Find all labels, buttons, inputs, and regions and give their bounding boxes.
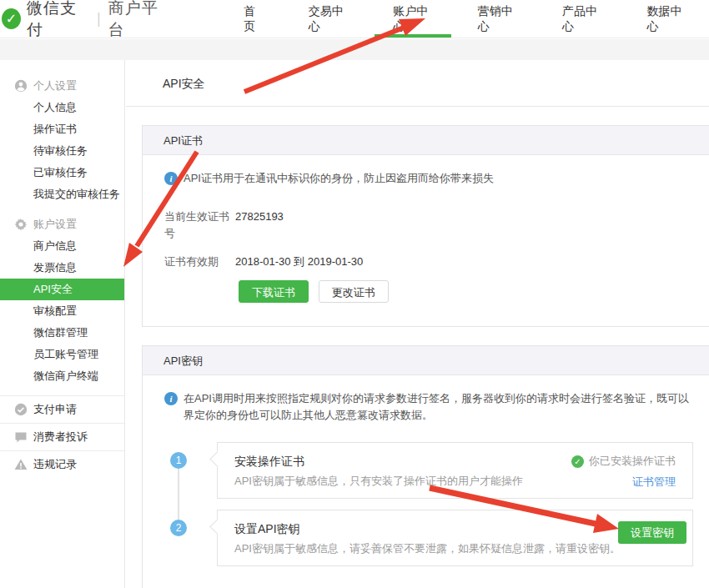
sidebar-link-payment-application[interactable]: 支付申请 <box>0 395 124 423</box>
warning-triangle-icon <box>14 458 28 471</box>
sidebar-item-wechat-group[interactable]: 微信群管理 <box>0 322 124 344</box>
sidebar-section-personal: 个人设置 个人信息 操作证书 待审核任务 已审核任务 我提交的审核任务 <box>0 75 124 205</box>
step-1-badge: 1 <box>170 452 187 469</box>
main-content: API安全 API证书 i API证书用于在通讯中标识你的身份，防止因盗用而给你… <box>126 60 709 588</box>
cert-manage-link[interactable]: 证书管理 <box>632 474 676 490</box>
sidebar-item-review-config[interactable]: 审核配置 <box>0 300 124 322</box>
sidebar-item-api-security[interactable]: API安全 <box>0 279 124 300</box>
download-cert-button[interactable]: 下载证书 <box>239 280 309 303</box>
sidebar-link-label: 支付申请 <box>33 402 77 417</box>
check-circle-icon: ✓ <box>571 455 584 468</box>
cert-info-text: API证书用于在通讯中标识你的身份，防止因盗用而给你带来损失 <box>184 170 494 187</box>
sidebar-section-title: 账户设置 <box>33 217 77 232</box>
sidebar-header-account: 账户设置 <box>0 214 124 235</box>
chat-bubble-icon <box>14 430 28 444</box>
api-key-panel: API密钥 i 在API调用时用来按照指定规则对你的请求参数进行签名，服务器收到… <box>142 345 709 588</box>
check-badge-icon <box>14 403 28 416</box>
nav-account-center[interactable]: 账户中心 <box>382 0 443 38</box>
gear-icon <box>14 218 28 231</box>
sidebar-item-personal-info[interactable]: 个人信息 <box>0 97 124 118</box>
cert-buttons-row: 下载证书 更改证书 <box>164 280 693 303</box>
current-cert-label: 当前生效证书号 <box>164 209 235 242</box>
sidebar-section-account: 账户设置 商户信息 发票信息 API安全 审核配置 微信群管理 员工账号管理 微… <box>0 214 124 387</box>
step-install-cert: 1 安装操作证书 API密钥属于敏感信息，只有安装了操作证书的用户才能操作 ✓ … <box>164 442 693 499</box>
api-key-panel-title: API密钥 <box>143 346 709 375</box>
step-2-card: 设置API密钥 API密钥属于敏感信息，请妥善保管不要泄露，如果怀疑信息泄露，请… <box>217 510 693 566</box>
step-1-card: 安装操作证书 API密钥属于敏感信息，只有安装了操作证书的用户才能操作 ✓ 你已… <box>217 442 693 499</box>
main-nav: 首页 交易中心 账户中心 营销中心 产品中心 数据中心 <box>221 0 709 38</box>
api-cert-panel-body: i API证书用于在通讯中标识你的身份，防止因盗用而给你带来损失 当前生效证书号… <box>143 155 709 326</box>
step-set-api-key: 2 设置API密钥 API密钥属于敏感信息，请妥善保管不要泄露，如果怀疑信息泄露… <box>164 510 693 566</box>
nav-home[interactable]: 首页 <box>233 0 274 38</box>
sidebar-header-personal: 个人设置 <box>0 75 124 97</box>
cert-validity-row: 证书有效期 2018-01-30 到 2019-01-30 <box>164 254 693 270</box>
key-info-text: 在API调用时用来按照指定规则对你的请求参数进行签名，服务器收到你的请求时会进行… <box>184 390 693 424</box>
brand-logo[interactable]: ✓ 微信支付 | 商户平台 <box>7 0 169 41</box>
sidebar-item-merchant-info[interactable]: 商户信息 <box>0 235 124 257</box>
sidebar-link-label: 消费者投诉 <box>33 430 88 445</box>
platform-name: 商户平台 <box>108 0 169 41</box>
current-cert-value: 27825193 <box>235 209 284 242</box>
info-icon: i <box>164 172 178 185</box>
nav-product-center[interactable]: 产品中心 <box>551 0 612 38</box>
sidebar-item-reviewed-tasks[interactable]: 已审核任务 <box>0 162 124 183</box>
sidebar-item-merchant-terminal[interactable]: 微信商户终端 <box>0 365 124 387</box>
sidebar-item-invoice-info[interactable]: 发票信息 <box>0 257 124 279</box>
sidebar-link-label: 违规记录 <box>33 457 77 472</box>
cert-validity-value: 2018-01-30 到 2019-01-30 <box>235 254 363 270</box>
sidebar-item-pending-tasks[interactable]: 待审核任务 <box>0 140 124 162</box>
sidebar-link-violation-records[interactable]: 违规记录 <box>0 450 124 478</box>
current-cert-row: 当前生效证书号 27825193 <box>164 209 693 242</box>
set-api-key-button[interactable]: 设置密钥 <box>618 521 686 544</box>
step-1-right: ✓ 你已安装操作证书 证书管理 <box>571 453 676 490</box>
nav-marketing-center[interactable]: 营销中心 <box>467 0 528 38</box>
sidebar-section-title: 个人设置 <box>33 78 77 93</box>
key-info-row: i 在API调用时用来按照指定规则对你的请求参数进行签名，服务器收到你的请求时会… <box>164 390 693 424</box>
wechat-pay-logo-icon: ✓ <box>2 8 21 29</box>
sidebar-item-staff-accounts[interactable]: 员工账号管理 <box>0 344 124 365</box>
cert-installed-status: ✓ 你已安装操作证书 <box>571 453 676 470</box>
cert-info-row: i API证书用于在通讯中标识你的身份，防止因盗用而给你带来损失 <box>164 170 693 187</box>
cert-validity-label: 证书有效期 <box>164 254 235 270</box>
info-icon: i <box>164 392 178 405</box>
user-icon <box>14 79 28 93</box>
gray-strip <box>0 39 709 60</box>
change-cert-button[interactable]: 更改证书 <box>319 280 389 303</box>
page-title: API安全 <box>126 60 709 107</box>
brand-name: 微信支付 <box>27 0 88 41</box>
cert-installed-text: 你已安装操作证书 <box>589 453 676 470</box>
api-cert-panel: API证书 i API证书用于在通讯中标识你的身份，防止因盗用而给你带来损失 当… <box>142 125 709 327</box>
key-steps: 1 安装操作证书 API密钥属于敏感信息，只有安装了操作证书的用户才能操作 ✓ … <box>164 442 693 566</box>
step-2-badge: 2 <box>170 520 187 536</box>
step-2-desc: API密钥属于敏感信息，请妥善保管不要泄露，如果怀疑信息泄露，请重设密钥。 <box>234 540 676 557</box>
brand-divider: | <box>97 10 101 28</box>
top-header: ✓ 微信支付 | 商户平台 首页 交易中心 账户中心 营销中心 产品中心 数据中… <box>0 0 709 38</box>
step-2-title: 设置API密钥 <box>234 520 676 537</box>
nav-trade-center[interactable]: 交易中心 <box>298 0 359 38</box>
sidebar-item-my-submitted-tasks[interactable]: 我提交的审核任务 <box>0 183 124 205</box>
api-key-panel-body: i 在API调用时用来按照指定规则对你的请求参数进行签名，服务器收到你的请求时会… <box>143 375 709 588</box>
sidebar-link-consumer-complaints[interactable]: 消费者投诉 <box>0 423 124 450</box>
sidebar-item-operation-cert[interactable]: 操作证书 <box>0 118 124 140</box>
sidebar-links: 支付申请 消费者投诉 违规记录 <box>0 395 124 478</box>
api-cert-panel-title: API证书 <box>143 126 709 155</box>
sidebar: 个人设置 个人信息 操作证书 待审核任务 已审核任务 我提交的审核任务 账户设置… <box>0 60 125 588</box>
nav-data-center[interactable]: 数据中心 <box>636 0 697 38</box>
